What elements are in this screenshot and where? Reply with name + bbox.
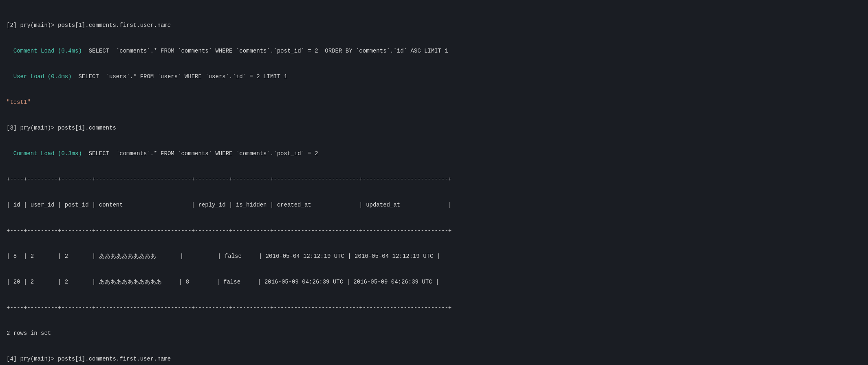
table-row-1: | 8 | 2 | 2 | ああああああああああ | | false | 201…	[7, 252, 861, 261]
table-header-1: | id | user_id | post_id | content | rep…	[7, 201, 861, 209]
sql-1: SELECT `comments`.* FROM `comments` WHER…	[82, 48, 448, 54]
line-5: [3] pry(main)> posts[1].comments	[7, 124, 861, 132]
table-border-1: +----+---------+---------+--------------…	[7, 175, 861, 184]
table-border-3: +----+---------+---------+--------------…	[7, 303, 861, 312]
result-1: "test1"	[7, 99, 31, 106]
load-label-3: Comment Load (0.3ms)	[13, 150, 82, 157]
terminal: [2] pry(main)> posts[1].comments.first.u…	[7, 4, 861, 365]
line-4: "test1"	[7, 98, 861, 107]
line-prompt-4: [4] pry(main)> posts[1].comments.first.u…	[7, 355, 861, 363]
row-count-1: 2 rows in set	[7, 329, 861, 338]
line-6: Comment Load (0.3ms) SELECT `comments`.*…	[7, 150, 861, 158]
table-row-2: | 20 | 2 | 2 | あああああああああああ | 8 | false |…	[7, 278, 861, 286]
line-3: User Load (0.4ms) SELECT `users`.* FROM …	[7, 73, 861, 81]
line-1: [2] pry(main)> posts[1].comments.first.u…	[7, 21, 861, 30]
sql-3: SELECT `comments`.* FROM `comments` WHER…	[82, 150, 318, 157]
load-label-1: Comment Load (0.4ms)	[13, 48, 82, 54]
sql-2: SELECT `users`.* FROM `users` WHERE `use…	[72, 73, 287, 80]
prompt-1: [2] pry(main)> posts[1].comments.first.u…	[7, 22, 171, 29]
table-border-2: +----+---------+---------+--------------…	[7, 226, 861, 235]
prompt-3: [3] pry(main)> posts[1].comments	[7, 125, 116, 131]
load-label-2: User Load (0.4ms)	[13, 73, 72, 80]
line-2: Comment Load (0.4ms) SELECT `comments`.*…	[7, 47, 861, 55]
